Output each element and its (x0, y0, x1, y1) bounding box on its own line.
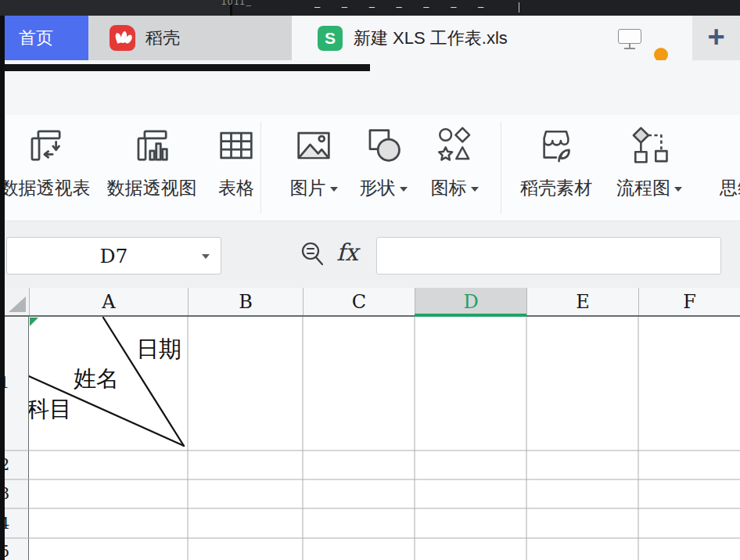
dropdown-caret-icon (674, 187, 682, 192)
a1-label-date: 日期 (136, 334, 181, 365)
flowchart-label: 流程图 (616, 176, 670, 200)
title-bar-cursor (519, 2, 519, 13)
fx-label[interactable]: fx (336, 239, 358, 266)
tab-docer-label: 稻壳 (145, 27, 180, 50)
table-label: 表格 (218, 176, 254, 200)
docer-material-button[interactable]: 稻壳素材 (515, 121, 598, 200)
title-bar-fragment: 1011_ (221, 0, 253, 6)
formula-input[interactable] (376, 237, 721, 275)
window-edge-artifact (0, 64, 370, 71)
ribbon: 数据透视表 数据透视图 表格 (0, 115, 740, 221)
pivot-chart-icon (103, 121, 200, 170)
docer-material-icon (515, 121, 598, 170)
column-header-b[interactable]: B (188, 288, 303, 315)
pivot-chart-label: 数据透视图 (107, 176, 197, 200)
mindmap-label: 思维 (720, 176, 740, 200)
a1-label-subject: 科目 (27, 394, 72, 425)
docer-logo-icon (110, 25, 135, 51)
left-screen-edge (0, 16, 5, 560)
flowchart-icon (612, 121, 687, 170)
document-title: 新建 XLS 工作表.xls (354, 27, 508, 50)
table-button[interactable]: 表格 (205, 121, 268, 200)
name-box[interactable]: D7 (6, 237, 221, 275)
new-tab-button[interactable]: + (692, 16, 740, 60)
mindmap-icon (706, 121, 740, 170)
tab-bar: 首页 稻壳 S 新建 XLS 工作表.xls + (0, 16, 740, 60)
tab-home-label: 首页 (19, 27, 53, 50)
spreadsheet-logo-icon: S (318, 26, 343, 51)
sheet-grid[interactable]: 日期 姓名 科目 1 2 3 4 5 (0, 317, 740, 560)
picture-button[interactable]: 图片 (280, 121, 347, 200)
pivot-table-label: 数据透视表 (1, 176, 91, 200)
wps-spreadsheet-window: 首页 稻壳 S 新建 XLS 工作表.xls + 文件 (0, 0, 740, 560)
shapes-button[interactable]: 形状 (350, 121, 417, 200)
active-cell-reference: D7 (100, 245, 128, 267)
a1-corner-marker-icon (30, 318, 38, 326)
gridlines (0, 317, 740, 560)
row-header-lines (5, 317, 29, 560)
shapes-label: 形状 (360, 176, 396, 200)
os-title-bar: 1011_ – – – – – – – (0, 0, 740, 16)
column-header-f[interactable]: F (638, 288, 740, 315)
flowchart-button[interactable]: 流程图 (612, 121, 687, 200)
pivot-table-icon (0, 121, 94, 170)
picture-label: 图片 (290, 176, 326, 200)
docer-material-label: 稻壳素材 (520, 176, 592, 200)
plus-icon: + (707, 22, 724, 52)
table-icon (205, 121, 268, 170)
column-header-d-selected[interactable]: D (415, 288, 526, 315)
dropdown-caret-icon (471, 187, 479, 192)
icons-label: 图标 (431, 176, 467, 200)
column-header-a[interactable]: A (29, 288, 188, 315)
tab-docer[interactable]: 稻壳 (88, 16, 292, 60)
name-box-caret-icon[interactable] (202, 254, 210, 259)
row-header-column: 1 2 3 4 5 (5, 317, 29, 560)
mindmap-button[interactable]: 思维 (706, 121, 740, 200)
presentation-monitor-icon[interactable] (618, 29, 643, 49)
title-bar-marks: – – – – – – – (314, 1, 510, 13)
pivot-chart-button[interactable]: 数据透视图 (103, 121, 200, 200)
pivot-table-button[interactable]: 数据透视表 (0, 121, 94, 200)
shapes-icon (350, 121, 417, 170)
icons-icon (421, 121, 488, 170)
select-all-corner[interactable] (5, 288, 29, 315)
column-header-row: A B C D E F (0, 288, 740, 317)
column-header-c[interactable]: C (303, 288, 415, 315)
divider (501, 121, 501, 214)
selected-column-underline (415, 314, 526, 317)
dropdown-caret-icon (330, 187, 338, 192)
search-formula-icon[interactable] (297, 239, 329, 271)
column-header-e[interactable]: E (526, 288, 638, 315)
a1-label-name: 姓名 (74, 364, 119, 395)
select-all-triangle-icon (9, 296, 26, 312)
icons-button[interactable]: 图标 (421, 121, 488, 200)
dropdown-caret-icon (400, 187, 408, 192)
picture-icon (280, 121, 347, 170)
tab-home[interactable]: 首页 (5, 16, 88, 60)
formula-bar: D7 fx (0, 221, 740, 288)
title-bar-segment (0, 0, 232, 16)
divider (260, 121, 261, 214)
